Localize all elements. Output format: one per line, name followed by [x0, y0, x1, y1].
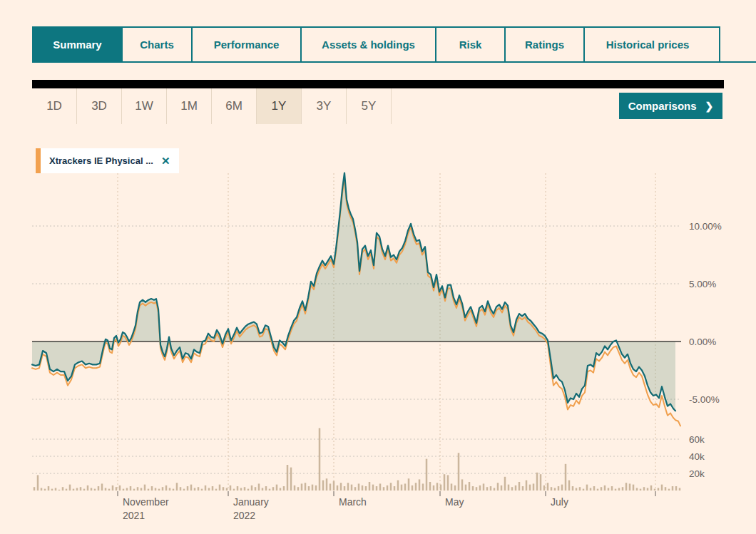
legend-chip: Xtrackers IE Physical ... ✕: [36, 148, 179, 173]
volume-bar: [80, 487, 82, 491]
volume-bar: [344, 486, 346, 491]
volume-bar: [226, 488, 228, 491]
volume-bar: [622, 487, 624, 491]
volume-bar: [255, 487, 257, 491]
volume-bar: [447, 475, 449, 491]
volume-bar: [337, 486, 339, 491]
volume-bar: [433, 486, 435, 491]
volume-bar: [148, 489, 150, 491]
x-axis-tick-sublabel: 2022: [233, 510, 255, 521]
volume-bar: [305, 483, 307, 491]
volume-bar: [354, 487, 357, 491]
volume-bar: [465, 485, 467, 491]
comparisons-button[interactable]: Comparisons ❯: [619, 93, 722, 119]
volume-bar: [661, 485, 663, 491]
volume-bar: [51, 489, 53, 491]
range-1d[interactable]: 1D: [32, 88, 77, 124]
volume-bar: [283, 486, 285, 491]
volume-bar: [590, 488, 592, 491]
tabbar-underline-extension: [719, 61, 756, 63]
volume-bar: [372, 485, 374, 491]
volume-bar: [330, 483, 332, 491]
volume-bar: [251, 486, 253, 491]
volume-bar: [365, 486, 367, 491]
volume-bar: [66, 489, 68, 491]
volume-bar: [547, 483, 549, 491]
volume-bar: [130, 486, 132, 491]
volume-bar: [675, 486, 678, 491]
range-3y[interactable]: 3Y: [302, 88, 347, 124]
area-fill: [32, 173, 675, 411]
volume-bar: [650, 486, 653, 491]
series-name-label: Xtrackers IE Physical ...: [49, 155, 153, 166]
range-5y[interactable]: 5Y: [347, 88, 392, 124]
x-axis-tick-label: July: [551, 496, 568, 508]
volume-bar: [141, 488, 143, 491]
volume-bar: [419, 479, 421, 491]
x-axis-tick-sublabel: 2021: [123, 510, 145, 521]
tab-ratings[interactable]: Ratings: [506, 28, 585, 61]
volume-bar: [554, 488, 556, 491]
tab-charts[interactable]: Charts: [123, 28, 193, 61]
x-axis-tick-label: January: [233, 496, 269, 508]
range-1y[interactable]: 1Y: [257, 88, 302, 124]
volume-bar: [440, 485, 442, 491]
volume-bar: [383, 487, 385, 491]
range-6m[interactable]: 6M: [212, 88, 257, 124]
volume-bar: [529, 485, 531, 491]
volume-bar: [679, 488, 681, 491]
y-axis-tick-label: 10.00%: [689, 221, 722, 232]
volume-bar: [640, 489, 642, 491]
volume-bar: [223, 487, 225, 491]
volume-bar: [586, 485, 588, 491]
volume-axis-tick-label: 60k: [689, 434, 705, 445]
volume-bar: [533, 483, 535, 491]
range-1w[interactable]: 1W: [122, 88, 167, 124]
volume-bar: [636, 488, 638, 491]
volume-bar: [297, 487, 300, 491]
close-icon[interactable]: ✕: [161, 155, 170, 166]
volume-bar: [672, 486, 674, 491]
volume-bar: [412, 486, 414, 491]
volume-bar: [629, 483, 631, 491]
volume-bar: [294, 486, 296, 491]
volume-axis-tick-label: 40k: [689, 451, 705, 462]
tab-performance[interactable]: Performance: [193, 28, 302, 61]
volume-bar: [183, 489, 185, 491]
volume-bar: [244, 487, 246, 491]
volume-bar: [625, 483, 628, 491]
volume-bar: [654, 489, 656, 491]
volume-bar: [237, 486, 239, 491]
volume-bar: [73, 489, 75, 491]
volume-bar: [230, 486, 232, 491]
volume-bar: [362, 486, 364, 491]
volume-bar: [208, 488, 210, 491]
volume-bar: [536, 473, 538, 491]
volume-bar: [151, 486, 153, 491]
volume-bar: [597, 489, 599, 491]
tab-summary[interactable]: Summary: [34, 28, 123, 61]
volume-bar: [486, 487, 489, 491]
volume-bar: [451, 483, 453, 491]
tab-assets-holdings[interactable]: Assets & holdings: [302, 28, 436, 61]
volume-bar: [576, 488, 578, 491]
fund-summary-page: { "page": { "background": "#fff1e5", "ac…: [0, 0, 756, 534]
volume-bar: [176, 483, 178, 491]
range-3d[interactable]: 3D: [77, 88, 122, 124]
volume-bar: [422, 483, 424, 491]
volume-bar: [601, 487, 603, 491]
tab-risk[interactable]: Risk: [436, 28, 506, 61]
volume-bar: [58, 490, 61, 491]
volume-bar: [461, 479, 464, 491]
volume-bar: [347, 483, 349, 491]
volume-bar: [62, 487, 64, 491]
volume-bar: [497, 483, 499, 491]
volume-bar: [483, 483, 485, 491]
comparisons-label: Comparisons: [628, 100, 697, 112]
tab-historical-prices[interactable]: Historical prices: [585, 28, 710, 61]
volume-bar: [558, 486, 560, 491]
volume-bar: [319, 428, 321, 491]
volume-bar: [155, 488, 157, 491]
range-1m[interactable]: 1M: [167, 88, 212, 124]
volume-bar: [404, 483, 407, 491]
